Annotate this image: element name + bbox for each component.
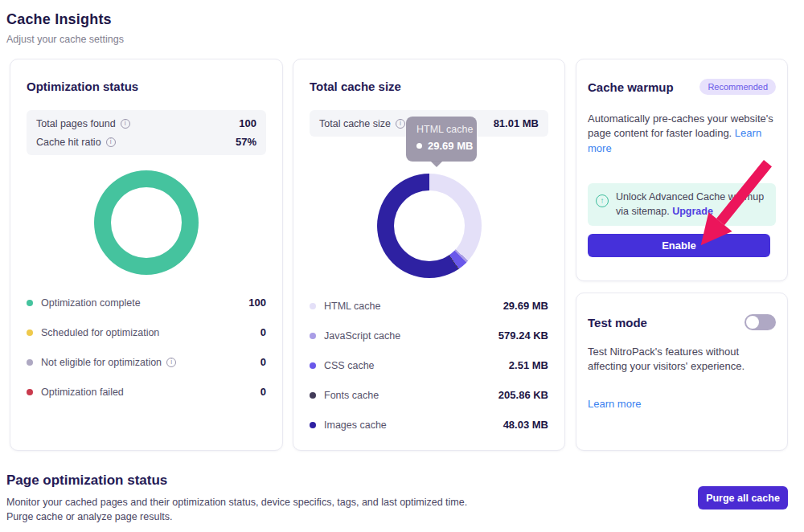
- section-description-line2: Purge cache or analyze page results.: [6, 511, 172, 522]
- legend-label: Scheduled for optimization: [41, 327, 159, 338]
- optimization-stats-box: Total pages found 100 Cache hit ratio 57…: [27, 110, 266, 155]
- page-optimization-section: Page optimization status Monitor your ca…: [6, 473, 467, 524]
- stat-value: 81.01 MB: [494, 117, 539, 129]
- cache-insights-page: Cache Insights Adjust your cache setting…: [0, 0, 804, 532]
- stat-label: Cache hit ratio: [36, 137, 116, 148]
- page-subtitle: Adjust your cache settings: [6, 34, 124, 45]
- optimization-legend: Optimization complete 100 Scheduled for …: [27, 288, 266, 407]
- stat-label-text: Total pages found: [36, 118, 116, 129]
- legend-dot: [27, 359, 33, 366]
- info-icon[interactable]: [396, 119, 405, 129]
- unlock-advanced-warmup-box: Unlock Advanced Cache warmup via sitemap…: [588, 183, 776, 226]
- cache-size-legend: HTML cache 29.69 MB JavaScript cache 579…: [310, 291, 548, 440]
- test-mode-card: Test mode Test NitroPack's features with…: [576, 293, 788, 451]
- page-header: Cache Insights Adjust your cache setting…: [6, 11, 124, 45]
- toggle-knob: [746, 316, 759, 329]
- section-description-line1: Monitor your cached pages and their opti…: [6, 497, 467, 508]
- info-icon[interactable]: [106, 137, 116, 147]
- legend-row: CSS cache 2.51 MB: [310, 350, 548, 380]
- legend-label: Not eligible for optimization: [41, 357, 176, 368]
- optimization-status-card: Optimization status Total pages found 10…: [10, 59, 283, 451]
- stat-row-cache-hit-ratio: Cache hit ratio 57%: [36, 133, 256, 151]
- legend-row: HTML cache 29.69 MB: [310, 291, 548, 321]
- cache-warmup-card: Cache warmup Recommended Automatically p…: [576, 59, 788, 281]
- legend-dot: [27, 329, 33, 336]
- enable-button[interactable]: Enable: [588, 234, 770, 257]
- legend-row: JavaScript cache 579.24 KB: [310, 321, 548, 350]
- legend-label: JavaScript cache: [324, 330, 400, 342]
- warmup-description: Automatically pre-caches your website's …: [588, 112, 776, 156]
- stat-label-text: Total cache size: [319, 118, 391, 129]
- card-title: Cache warmup: [588, 80, 674, 94]
- legend-dot: [310, 362, 316, 369]
- card-title: Total cache size: [310, 80, 548, 93]
- section-description: Monitor your cached pages and their opti…: [6, 495, 467, 524]
- legend-label: CSS cache: [324, 360, 375, 371]
- learn-more-link[interactable]: Learn more: [588, 398, 641, 410]
- test-mode-toggle[interactable]: [745, 314, 776, 330]
- legend-dot: [310, 333, 316, 339]
- total-cache-size-card: Total cache size Total cache size 81.01 …: [293, 59, 565, 451]
- legend-row: Scheduled for optimization 0: [27, 317, 266, 347]
- card-header-row: Cache warmup Recommended: [588, 79, 776, 95]
- legend-value: 205.86 KB: [498, 389, 548, 401]
- stat-value: 100: [239, 117, 256, 129]
- legend-row: Fonts cache 205.86 KB: [310, 380, 548, 410]
- legend-label: HTML cache: [324, 301, 380, 312]
- stat-label-text: Cache hit ratio: [36, 137, 101, 148]
- tooltip-value: 29.69 MB: [416, 140, 477, 152]
- purge-all-cache-button[interactable]: Purge all cache: [698, 486, 788, 509]
- legend-label: Optimization complete: [41, 297, 141, 309]
- unlock-text: Unlock Advanced Cache warmup via sitemap…: [616, 190, 769, 219]
- section-title: Page optimization status: [6, 473, 467, 489]
- legend-dot: [27, 300, 33, 306]
- legend-row: Optimization complete 100: [27, 288, 266, 317]
- legend-value: 2.51 MB: [509, 359, 548, 371]
- legend-value: 0: [260, 386, 266, 398]
- legend-value: 29.69 MB: [503, 300, 548, 312]
- upgrade-circle-arrow-icon: [596, 194, 609, 207]
- legend-row: Optimization failed 0: [27, 377, 266, 407]
- chart-tooltip: HTML cache 29.69 MB: [406, 117, 477, 162]
- test-mode-description: Test NitroPack's features without affect…: [588, 345, 776, 374]
- legend-value: 48.03 MB: [503, 419, 548, 431]
- legend-value: 0: [260, 326, 266, 338]
- tooltip-title: HTML cache: [416, 124, 477, 135]
- legend-dot: [27, 389, 33, 395]
- legend-label-text: Not eligible for optimization: [41, 357, 162, 368]
- tooltip-value-text: 29.69 MB: [428, 140, 473, 152]
- stat-label: Total pages found: [36, 118, 130, 129]
- legend-value: 0: [260, 356, 266, 368]
- card-title: Test mode: [588, 316, 647, 329]
- card-header-row: Test mode: [588, 314, 776, 330]
- card-title: Optimization status: [27, 80, 266, 93]
- legend-value: 579.24 KB: [498, 329, 548, 342]
- legend-dot: [310, 422, 316, 428]
- recommended-badge: Recommended: [699, 79, 776, 95]
- tooltip-dot: [416, 143, 422, 149]
- info-icon[interactable]: [166, 358, 176, 367]
- legend-row: Images cache 48.03 MB: [310, 410, 548, 440]
- optimization-donut-chart[interactable]: [94, 170, 199, 275]
- upgrade-link[interactable]: Upgrade: [672, 206, 713, 217]
- legend-dot: [310, 392, 316, 399]
- legend-value: 100: [248, 297, 266, 309]
- stat-value: 57%: [236, 136, 256, 148]
- optimization-donut-wrap: [27, 170, 266, 275]
- stat-label: Total cache size: [319, 118, 405, 129]
- cache-size-donut-chart[interactable]: [377, 174, 482, 278]
- info-icon[interactable]: [121, 119, 130, 129]
- legend-label: Fonts cache: [324, 390, 379, 401]
- legend-dot: [310, 303, 316, 309]
- legend-label: Optimization failed: [41, 387, 124, 398]
- stat-row-total-pages: Total pages found 100: [36, 114, 256, 133]
- cache-size-donut-wrap: [310, 174, 548, 278]
- legend-label: Images cache: [324, 419, 387, 431]
- page-title: Cache Insights: [6, 11, 124, 28]
- legend-row: Not eligible for optimization 0: [27, 347, 266, 377]
